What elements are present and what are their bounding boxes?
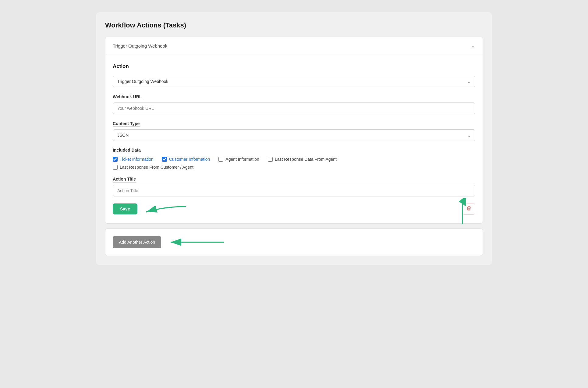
checkbox-last-response-agent-input[interactable] xyxy=(268,157,273,162)
included-data-label: Included Data xyxy=(113,148,475,153)
add-action-section: Add Another Action xyxy=(105,228,483,256)
add-another-wrapper: Add Another Action xyxy=(113,236,161,248)
checkbox-ticket-info-input[interactable] xyxy=(113,157,118,162)
checkbox-last-response-agent-label: Last Response Data From Agent xyxy=(275,157,337,162)
checkboxes-row-2: Last Response From Customer / Agent xyxy=(113,165,475,170)
save-row: Save xyxy=(113,203,475,215)
checkbox-agent-info-input[interactable] xyxy=(218,157,223,162)
trash-icon xyxy=(466,206,471,211)
checkboxes-row-1: Ticket Information Customer Information … xyxy=(113,157,475,162)
checkbox-customer-information[interactable]: Customer Information xyxy=(162,157,210,162)
checkbox-agent-info-label: Agent Information xyxy=(225,157,259,162)
content-type-field-group: Content Type JSON XML Form ⌄ xyxy=(113,121,475,141)
content-type-select[interactable]: JSON XML Form xyxy=(113,129,475,141)
delete-button[interactable] xyxy=(462,203,475,215)
checkbox-agent-information[interactable]: Agent Information xyxy=(218,157,259,162)
page-title: Workflow Actions (Tasks) xyxy=(105,21,483,29)
save-annotation-arrow xyxy=(140,200,189,225)
checkbox-last-response-agent[interactable]: Last Response Data From Agent xyxy=(268,157,337,162)
checkbox-customer-info-input[interactable] xyxy=(162,157,167,162)
add-action-annotation-arrow xyxy=(166,236,227,254)
checkbox-last-response-customer[interactable]: Last Response From Customer / Agent xyxy=(113,165,193,170)
action-field-group: Trigger Outgoing Webhook ⌄ xyxy=(113,76,475,87)
checkbox-ticket-information[interactable]: Ticket Information xyxy=(113,157,154,162)
save-button[interactable]: Save xyxy=(113,203,137,214)
included-data-field-group: Included Data Ticket Information Custome… xyxy=(113,148,475,170)
main-section-card: Trigger Outgoing Webhook ⌄ Action Trigge… xyxy=(105,37,483,224)
add-another-action-button[interactable]: Add Another Action xyxy=(113,236,161,248)
section-body: Action Trigger Outgoing Webhook ⌄ Webhoo… xyxy=(105,55,483,223)
checkbox-ticket-info-label: Ticket Information xyxy=(120,157,154,162)
checkbox-last-response-customer-label: Last Response From Customer / Agent xyxy=(120,165,193,170)
content-type-select-wrapper: JSON XML Form ⌄ xyxy=(113,129,475,141)
webhook-url-input[interactable] xyxy=(113,102,475,114)
chevron-down-icon: ⌄ xyxy=(471,42,475,49)
outer-container: Workflow Actions (Tasks) Trigger Outgoin… xyxy=(96,12,492,265)
action-title-input[interactable] xyxy=(113,185,475,196)
action-select-wrapper: Trigger Outgoing Webhook ⌄ xyxy=(113,76,475,87)
checkbox-last-response-customer-input[interactable] xyxy=(113,165,118,170)
action-title-label: Action Title xyxy=(113,177,136,182)
webhook-url-field-group: Webhook URL xyxy=(113,94,475,114)
save-button-wrapper: Save xyxy=(113,203,137,214)
checkbox-customer-info-label: Customer Information xyxy=(169,157,210,162)
action-select[interactable]: Trigger Outgoing Webhook xyxy=(113,76,475,87)
section-header[interactable]: Trigger Outgoing Webhook ⌄ xyxy=(105,37,483,55)
section-header-label: Trigger Outgoing Webhook xyxy=(113,43,167,48)
action-title-field-group: Action Title xyxy=(113,176,475,196)
action-section-title: Action xyxy=(113,63,475,70)
content-type-label: Content Type xyxy=(113,121,140,127)
webhook-url-label: Webhook URL xyxy=(113,94,142,100)
